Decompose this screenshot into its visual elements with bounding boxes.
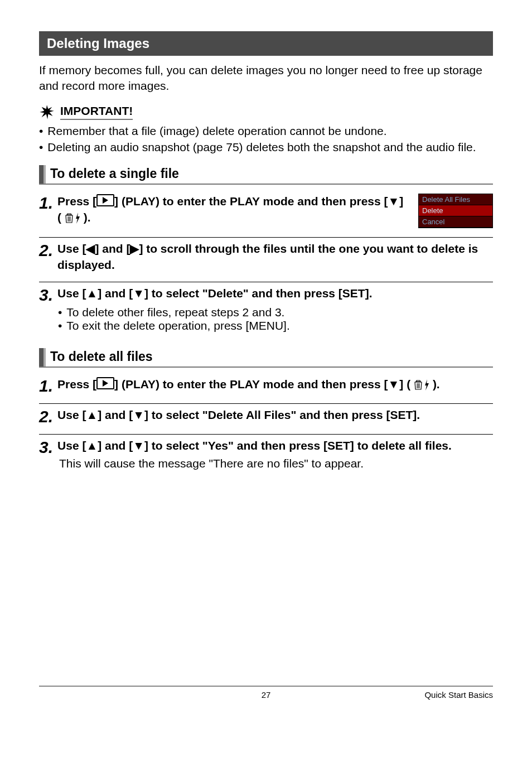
up-arrow-icon: ▲: [86, 438, 98, 454]
subsection-bar: [39, 348, 43, 367]
step-number-1: 1: [39, 194, 53, 211]
down-arrow-icon: ▼: [133, 286, 144, 301]
subsection-bar: [39, 165, 43, 184]
down-arrow-icon: ▼: [133, 438, 144, 454]
subsection2-title: To delete all files: [46, 348, 153, 367]
intro-text: If memory becomes full, you can delete i…: [39, 62, 493, 94]
trash-flash-icon: [414, 379, 429, 390]
subsection-delete-single: To delete a single file: [39, 165, 493, 185]
important-item-1: Remember that a file (image) delete oper…: [47, 123, 386, 139]
play-icon: [96, 194, 114, 206]
s2-step3-text: Use [▲] and [▼] to select "Yes" and then…: [57, 438, 493, 454]
subsection1-title: To delete a single file: [46, 165, 179, 184]
down-arrow-icon: ▼: [133, 407, 144, 423]
down-arrow-icon: ▼: [388, 194, 400, 209]
page-number: 27: [262, 690, 271, 700]
bullet: •: [39, 123, 43, 139]
section-title: Deleting Images: [39, 31, 493, 56]
s2-step1-text: Press [] (PLAY) to enter the PLAY mode a…: [57, 377, 493, 392]
down-arrow-icon: ▼: [388, 377, 400, 392]
important-heading: IMPORTANT!: [39, 104, 493, 120]
up-arrow-icon: ▲: [86, 407, 98, 423]
s1-step3-sub2: To exit the delete operation, press [MEN…: [66, 319, 289, 332]
svg-marker-4: [76, 213, 80, 224]
bullet: •: [58, 306, 62, 319]
svg-marker-8: [425, 379, 429, 390]
important-item-2: Deleting an audio snapshot (page 75) del…: [47, 139, 476, 155]
step-number-3: 3: [39, 286, 53, 303]
s1-step3-text: Use [▲] and [▼] to select "Delete" and t…: [57, 286, 493, 301]
subsection-delete-all: To delete all files: [39, 348, 493, 368]
up-arrow-icon: ▲: [86, 286, 98, 301]
footer-section: Quick Start Basics: [424, 690, 493, 700]
s1-step3-sub1: To delete other files, repeat steps 2 an…: [66, 306, 284, 319]
right-arrow-icon: ▶: [130, 241, 139, 257]
page-footer: 27 Quick Start Basics: [39, 686, 493, 700]
important-label: IMPORTANT!: [60, 104, 133, 120]
menu-opt-cancel: Cancel: [419, 216, 492, 228]
s2-step3-note: This will cause the message "There are n…: [59, 457, 493, 470]
left-arrow-icon: ◀: [86, 241, 95, 257]
step-number-2: 2: [39, 407, 53, 425]
bullet: •: [58, 319, 62, 332]
menu-opt-delete-all: Delete All Files: [419, 194, 492, 205]
menu-opt-delete: Delete: [419, 205, 492, 216]
s1-step1-text: Press [] (PLAY) to enter the PLAY mode a…: [57, 194, 405, 225]
burst-icon: [39, 104, 55, 120]
play-icon: [96, 377, 114, 389]
delete-menu-preview: Delete All Files Delete Cancel: [418, 194, 493, 228]
s1-step2-text: Use [◀] and [▶] to scroll through the fi…: [57, 241, 493, 273]
bullet: •: [39, 139, 43, 155]
svg-marker-0: [40, 105, 54, 119]
step-number-2: 2: [39, 241, 53, 259]
s2-step2-text: Use [▲] and [▼] to select "Delete All Fi…: [57, 407, 493, 423]
important-list: •Remember that a file (image) delete ope…: [39, 123, 493, 156]
trash-flash-icon: [65, 213, 80, 224]
step-number-1: 1: [39, 377, 53, 394]
step-number-3: 3: [39, 438, 53, 456]
